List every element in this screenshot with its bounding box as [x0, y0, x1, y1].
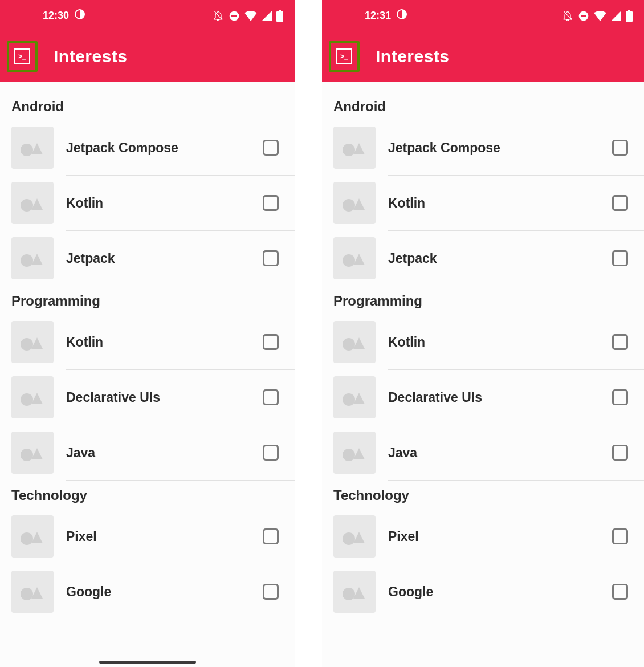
- svg-point-15: [21, 449, 33, 461]
- placeholder-image-icon: [11, 237, 54, 279]
- list-item[interactable]: Pixel: [0, 509, 295, 564]
- svg-marker-12: [31, 337, 43, 349]
- svg-marker-29: [353, 198, 365, 210]
- svg-point-13: [21, 393, 33, 406]
- section-header: Programming: [0, 286, 295, 315]
- checkbox[interactable]: [612, 140, 628, 156]
- gesture-nav-bar[interactable]: [99, 661, 196, 664]
- do-not-disturb-icon: [578, 10, 589, 22]
- placeholder-image-icon: [333, 127, 376, 169]
- svg-marker-41: [353, 587, 365, 599]
- checkbox[interactable]: [612, 584, 628, 600]
- item-label: Kotlin: [388, 196, 612, 211]
- placeholder-image-icon: [333, 432, 376, 474]
- item-label: Jetpack Compose: [66, 140, 263, 156]
- status-right: [213, 10, 283, 22]
- svg-point-30: [343, 254, 355, 267]
- list-item[interactable]: Google: [0, 564, 295, 619]
- svg-point-5: [21, 144, 33, 156]
- terminal-icon: >_: [14, 48, 30, 64]
- list-item[interactable]: Google: [322, 564, 644, 619]
- nav-drawer-button[interactable]: >_: [329, 41, 360, 72]
- item-label: Jetpack: [388, 251, 612, 266]
- checkbox[interactable]: [612, 528, 628, 544]
- svg-marker-39: [353, 532, 365, 543]
- app-title: Interests: [54, 47, 128, 66]
- svg-point-40: [343, 588, 355, 600]
- status-app-icon: [397, 9, 407, 22]
- phone-screen-2: 12:31: [322, 0, 644, 667]
- checkbox[interactable]: [263, 389, 279, 405]
- nav-drawer-button[interactable]: >_: [7, 41, 38, 72]
- svg-point-19: [21, 588, 33, 600]
- list-item[interactable]: Java: [322, 425, 644, 480]
- item-label: Google: [66, 584, 263, 600]
- svg-rect-4: [279, 10, 281, 11]
- app-bar: >_ Interests: [322, 31, 644, 82]
- list-item[interactable]: Declarative UIs: [0, 370, 295, 425]
- app-bar: >_ Interests: [0, 31, 295, 82]
- placeholder-image-icon: [11, 376, 54, 418]
- interests-list[interactable]: Android Jetpack Compose Kotlin Jetpack P…: [0, 82, 295, 619]
- phone-screen-1: 12:30: [0, 0, 295, 667]
- status-bar: 12:30: [0, 0, 295, 31]
- svg-marker-37: [353, 448, 365, 459]
- item-label: Google: [388, 584, 612, 600]
- item-label: Pixel: [388, 529, 612, 544]
- list-item[interactable]: Pixel: [322, 509, 644, 564]
- list-item[interactable]: Jetpack Compose: [322, 120, 644, 175]
- checkbox[interactable]: [612, 250, 628, 266]
- svg-marker-33: [353, 337, 365, 349]
- placeholder-image-icon: [333, 571, 376, 613]
- item-label: Kotlin: [66, 335, 263, 350]
- list-item[interactable]: Jetpack Compose: [0, 120, 295, 175]
- checkbox[interactable]: [263, 528, 279, 544]
- checkbox[interactable]: [263, 195, 279, 211]
- app-header: 12:31: [322, 0, 644, 82]
- list-item[interactable]: Kotlin: [0, 315, 295, 369]
- svg-marker-31: [353, 254, 365, 265]
- checkbox[interactable]: [612, 195, 628, 211]
- interests-list[interactable]: Android Jetpack Compose Kotlin Jetpack P…: [322, 82, 644, 619]
- status-bar: 12:31: [322, 0, 644, 31]
- list-item[interactable]: Declarative UIs: [322, 370, 644, 425]
- status-app-icon: [75, 9, 85, 22]
- svg-point-7: [21, 199, 33, 212]
- checkbox[interactable]: [263, 445, 279, 461]
- svg-marker-14: [31, 393, 43, 404]
- checkbox[interactable]: [612, 445, 628, 461]
- checkbox[interactable]: [263, 334, 279, 350]
- svg-marker-8: [31, 198, 43, 210]
- status-left: 12:31: [365, 9, 407, 22]
- list-item[interactable]: Kotlin: [322, 315, 644, 369]
- battery-icon: [626, 10, 633, 22]
- status-left: 12:30: [43, 9, 85, 22]
- list-item[interactable]: Jetpack: [322, 231, 644, 286]
- checkbox[interactable]: [612, 389, 628, 405]
- svg-marker-6: [31, 143, 43, 154]
- placeholder-image-icon: [11, 182, 54, 224]
- svg-rect-3: [276, 11, 283, 22]
- placeholder-image-icon: [333, 321, 376, 363]
- checkbox[interactable]: [263, 584, 279, 600]
- checkbox[interactable]: [263, 140, 279, 156]
- list-item[interactable]: Java: [0, 425, 295, 480]
- list-item[interactable]: Kotlin: [0, 176, 295, 230]
- item-label: Jetpack: [66, 251, 263, 266]
- svg-point-28: [343, 199, 355, 212]
- section-header: Android: [322, 92, 644, 120]
- item-label: Declarative UIs: [66, 390, 263, 405]
- item-label: Jetpack Compose: [388, 140, 612, 156]
- placeholder-image-icon: [11, 321, 54, 363]
- checkbox[interactable]: [612, 334, 628, 350]
- list-item[interactable]: Jetpack: [0, 231, 295, 286]
- svg-rect-24: [626, 11, 633, 22]
- item-label: Kotlin: [388, 335, 612, 350]
- item-label: Declarative UIs: [388, 390, 612, 405]
- list-item[interactable]: Kotlin: [322, 176, 644, 230]
- section-header: Android: [0, 92, 295, 120]
- terminal-icon: >_: [336, 48, 352, 64]
- item-label: Pixel: [66, 529, 263, 544]
- checkbox[interactable]: [263, 250, 279, 266]
- app-title: Interests: [376, 47, 450, 66]
